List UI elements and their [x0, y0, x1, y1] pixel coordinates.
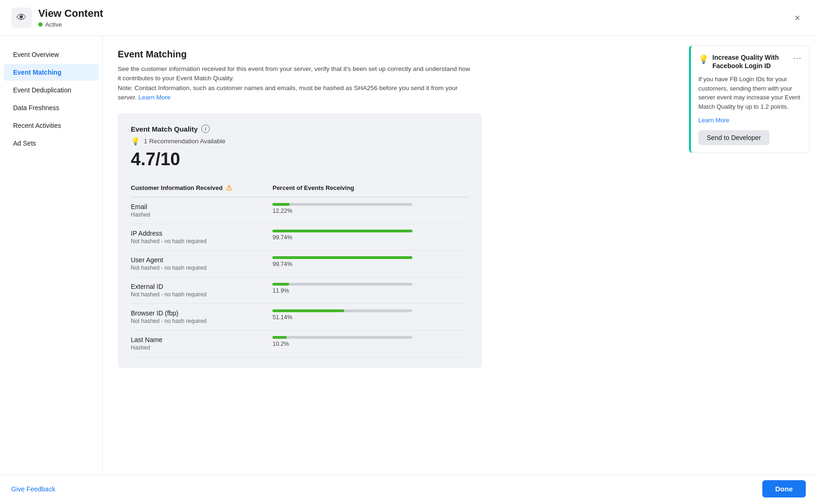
header-subtitle: Active [38, 21, 103, 28]
bulb-icon: 💡 [131, 137, 140, 146]
row-sub: Hashed [131, 344, 272, 351]
learn-more-link[interactable]: Learn More [138, 94, 171, 101]
table-row: Last Name Hashed 10.2% [131, 330, 469, 357]
data-table: Customer Information Received ⚠ Percent … [131, 179, 469, 357]
bar-pct: 12.22% [272, 208, 412, 214]
status-dot [38, 22, 43, 27]
header: 👁 View Content Active × [0, 0, 817, 36]
bar-pct: 51.14% [272, 314, 412, 321]
col2-header: Percent of Events Receiving [272, 179, 469, 197]
row-sub: Not hashed - no hash required [131, 318, 272, 324]
bar-container: 12.22% [272, 203, 412, 214]
bar-fill [272, 203, 290, 206]
bar-track [272, 203, 412, 206]
page-title: View Content [38, 7, 103, 20]
bar-track [272, 283, 412, 286]
bar-track [272, 309, 412, 312]
bar-container: 51.14% [272, 309, 412, 321]
right-panel: 💡 Increase Quality With Facebook Login I… [682, 36, 817, 475]
warning-icon: ⚠ [226, 183, 232, 192]
card-header: Event Match Quality i [131, 125, 469, 133]
table-row: User Agent Not hashed - no hash required… [131, 251, 469, 277]
bar-fill [272, 256, 412, 259]
sidebar-item-data-freshness[interactable]: Data Freshness [4, 99, 99, 116]
bar-pct: 99.74% [272, 234, 412, 241]
bar-track [272, 256, 412, 259]
bar-container: 99.74% [272, 256, 412, 267]
bar-fill [272, 230, 412, 232]
quality-score: 4.7/10 [131, 149, 469, 169]
done-button[interactable]: Done [762, 480, 806, 497]
sidebar-item-event-deduplication[interactable]: Event Deduplication [4, 82, 99, 98]
tip-title: Increase Quality With Facebook Login ID [712, 53, 789, 70]
bar-pct: 11.9% [272, 287, 412, 294]
row-sub: Not hashed - no hash required [131, 291, 272, 298]
col1-header: Customer Information Received ⚠ [131, 179, 272, 197]
sidebar-item-ad-sets[interactable]: Ad Sets [4, 135, 99, 152]
recommendation-row: 💡 1 Recommendation Available [131, 137, 469, 146]
section-description: See the customer information received fo… [118, 64, 473, 102]
tip-learn-more-link[interactable]: Learn More [698, 117, 802, 124]
bar-fill [272, 283, 289, 286]
row-sub: Not hashed - no hash required [131, 265, 272, 271]
status-label: Active [45, 21, 62, 28]
table-row: IP Address Not hashed - no hash required… [131, 224, 469, 251]
info-icon[interactable]: i [201, 125, 210, 133]
tip-card-header: 💡 Increase Quality With Facebook Login I… [698, 53, 802, 70]
sidebar: Event Overview Event Matching Event Dedu… [0, 36, 103, 475]
quality-card: Event Match Quality i 💡 1 Recommendation… [118, 113, 482, 368]
row-name: External ID [131, 283, 272, 290]
bar-track [272, 336, 412, 339]
row-name: Browser ID (fbp) [131, 309, 272, 317]
send-to-developer-button[interactable]: Send to Developer [698, 130, 769, 145]
recommendation-text: 1 Recommendation Available [144, 138, 226, 145]
bar-container: 10.2% [272, 336, 412, 347]
close-button[interactable]: × [789, 9, 806, 26]
row-sub: Hashed [131, 211, 272, 218]
give-feedback-link[interactable]: Give Feedback [11, 485, 55, 493]
bar-pct: 10.2% [272, 341, 412, 347]
view-content-icon: 👁 [11, 7, 32, 28]
table-row: Email Hashed 12.22% [131, 197, 469, 224]
section-title: Event Matching [118, 49, 667, 60]
row-name: User Agent [131, 256, 272, 264]
bar-container: 11.9% [272, 283, 412, 294]
card-title: Event Match Quality [131, 125, 198, 133]
bar-pct: 99.74% [272, 261, 412, 267]
footer: Give Feedback Done [0, 475, 817, 503]
tip-menu-icon[interactable]: ··· [793, 53, 802, 63]
bar-track [272, 230, 412, 232]
sidebar-item-event-matching[interactable]: Event Matching [4, 64, 99, 81]
tip-body: If you have FB Login IDs for your custom… [698, 75, 802, 111]
row-name: Email [131, 203, 272, 210]
tip-bulb-icon: 💡 [698, 54, 709, 64]
tip-card: 💡 Increase Quality With Facebook Login I… [689, 45, 810, 153]
body-layout: Event Overview Event Matching Event Dedu… [0, 36, 817, 475]
row-name: IP Address [131, 230, 272, 237]
table-row: Browser ID (fbp) Not hashed - no hash re… [131, 304, 469, 330]
main-content: Event Matching See the customer informat… [103, 36, 682, 475]
bar-container: 99.74% [272, 230, 412, 241]
row-sub: Not hashed - no hash required [131, 238, 272, 245]
sidebar-item-event-overview[interactable]: Event Overview [4, 46, 99, 63]
bar-fill [272, 309, 344, 312]
row-name: Last Name [131, 336, 272, 343]
bar-fill [272, 336, 287, 339]
sidebar-item-recent-activities[interactable]: Recent Activities [4, 117, 99, 134]
table-row: External ID Not hashed - no hash require… [131, 277, 469, 304]
